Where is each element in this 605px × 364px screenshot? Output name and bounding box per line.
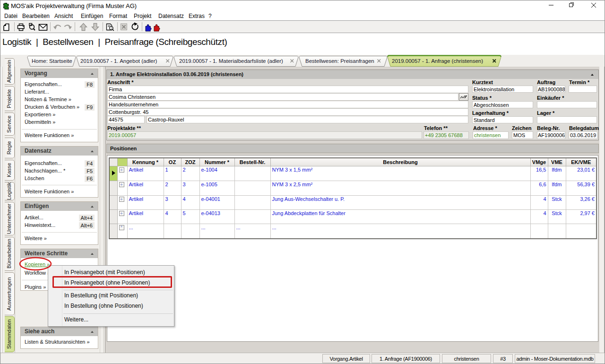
svg-text:Bestellwesen: Preisanfragen: Bestellwesen: Preisanfragen [305,58,374,64]
svg-text:2019.00057 - 1. Angebot (adler: 2019.00057 - 1. Angebot (adler) [80,58,157,64]
svg-text:Home: Startseite: Home: Startseite [32,58,72,64]
svg-text:2019.00057 - 1. Anfrage (chris: 2019.00057 - 1. Anfrage (christensen) [392,58,483,64]
svg-text:2019.00057 - 1. Materialbedarf: 2019.00057 - 1. Materialbedarfsliste (ad… [179,58,283,64]
